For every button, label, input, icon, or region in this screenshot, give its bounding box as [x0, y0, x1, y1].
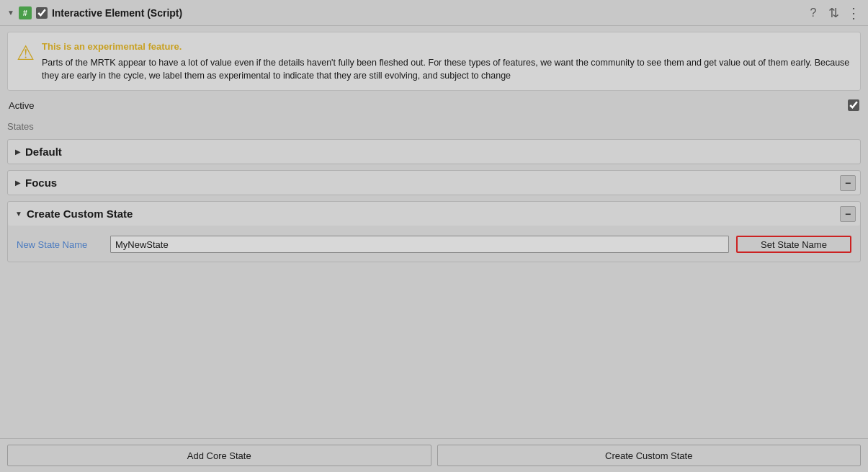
- focus-collapse-arrow-icon: ▶: [15, 179, 21, 187]
- header-enabled-checkbox[interactable]: [36, 7, 48, 19]
- active-label: Active: [9, 100, 841, 111]
- state-name-input[interactable]: [110, 236, 729, 253]
- warning-title: This is an experimental feature.: [42, 40, 851, 54]
- create-custom-state-section: ▼ Create Custom State − New State Name S…: [7, 201, 861, 262]
- active-row: Active: [7, 97, 861, 114]
- window: ▼ # Interactive Element (Script) ? ⇅ ⋮ ⚠…: [0, 0, 868, 472]
- create-custom-collapse-arrow-icon: ▼: [15, 210, 22, 218]
- set-state-name-button[interactable]: Set State Name: [736, 236, 851, 253]
- sliders-icon[interactable]: ⇅: [826, 6, 841, 20]
- focus-section-title: Focus: [25, 177, 57, 189]
- more-options-icon[interactable]: ⋮: [846, 6, 861, 20]
- default-collapse-arrow-icon: ▶: [15, 148, 21, 156]
- main-content: ⚠ This is an experimental feature. Parts…: [0, 26, 868, 438]
- create-custom-state-section-title: Create Custom State: [27, 208, 133, 220]
- warning-icon: ⚠: [17, 41, 35, 65]
- warning-body: Parts of the MRTK appear to have a lot o…: [42, 58, 849, 81]
- window-title: Interactive Element (Script): [52, 7, 802, 19]
- add-core-state-button[interactable]: Add Core State: [7, 445, 431, 466]
- header-bar: ▼ # Interactive Element (Script) ? ⇅ ⋮: [0, 0, 868, 26]
- focus-section-header[interactable]: ▶ Focus: [8, 171, 860, 195]
- active-checkbox[interactable]: [848, 99, 859, 111]
- default-section-header[interactable]: ▶ Default: [8, 140, 860, 164]
- dropdown-arrow-icon[interactable]: ▼: [7, 9, 14, 17]
- create-custom-state-body: New State Name Set State Name: [8, 226, 860, 262]
- create-custom-state-button[interactable]: Create Custom State: [437, 445, 862, 466]
- default-section: ▶ Default: [7, 139, 861, 164]
- create-custom-remove-button[interactable]: −: [840, 206, 856, 222]
- new-state-name-label[interactable]: New State Name: [17, 239, 103, 250]
- hash-icon: #: [19, 6, 32, 19]
- header-actions: ? ⇅ ⋮: [806, 6, 861, 20]
- custom-state-row: New State Name Set State Name: [17, 236, 851, 253]
- states-section-header: States: [7, 120, 861, 133]
- experimental-warning: ⚠ This is an experimental feature. Parts…: [7, 32, 861, 91]
- default-section-title: Default: [25, 146, 62, 158]
- focus-section: ▶ Focus −: [7, 170, 861, 195]
- warning-text-block: This is an experimental feature. Parts o…: [42, 40, 851, 83]
- create-custom-state-section-header[interactable]: ▼ Create Custom State: [8, 202, 860, 226]
- bottom-bar: Add Core State Create Custom State: [0, 438, 868, 472]
- focus-remove-button[interactable]: −: [840, 175, 856, 191]
- help-icon[interactable]: ?: [806, 6, 820, 20]
